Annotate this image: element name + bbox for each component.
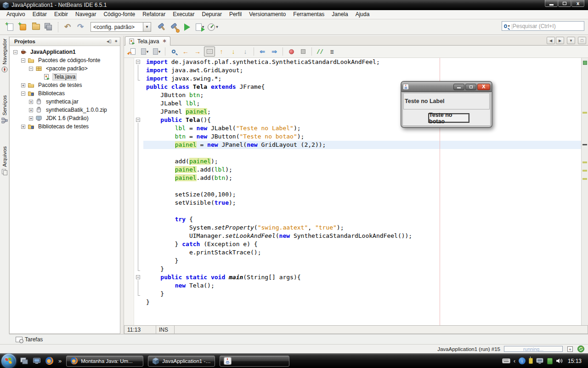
nav-back-button[interactable]: ▾: [139, 46, 150, 57]
find-previous-button[interactable]: ←: [180, 46, 191, 57]
code-line[interactable]: public class Tela extends JFrame{: [143, 83, 581, 91]
toggle-search-highlight-button[interactable]: [204, 46, 215, 57]
minimize-button[interactable]: [545, 0, 558, 7]
occurrence-mark[interactable]: [582, 161, 587, 163]
update-notification-icon[interactable]: [577, 345, 584, 352]
menu-perfil[interactable]: Perfil: [226, 10, 245, 19]
menu-editar[interactable]: Editar: [29, 10, 51, 19]
shift-line-right-button[interactable]: ⇒: [269, 46, 280, 57]
code-line[interactable]: add(painel);: [143, 157, 581, 166]
next-hint-button[interactable]: ↓: [240, 46, 251, 57]
start-button[interactable]: [1, 354, 16, 368]
code-line[interactable]: import de.javasoft.plaf.synthetica.Synth…: [143, 58, 581, 66]
code-line[interactable]: new Tela();: [143, 282, 581, 290]
sidebar-tab-arquivos[interactable]: Arquivos: [1, 146, 8, 177]
tree-item[interactable]: +JDK 1.6 (Padrão): [10, 114, 120, 122]
code-line[interactable]: [143, 182, 581, 190]
run-progress-bar[interactable]: running...: [504, 346, 563, 352]
taskbar-button-3[interactable]: [220, 356, 289, 367]
menu-executar[interactable]: Executar: [169, 10, 198, 19]
keyboard-tray-icon[interactable]: [502, 358, 510, 363]
code-line[interactable]: } catch (Exception e) {: [143, 240, 581, 248]
run-config-select[interactable]: <config. padrão> ▼: [90, 22, 151, 32]
menu-ferramentas[interactable]: Ferramentas: [289, 10, 328, 19]
code-line[interactable]: UIManager.setLookAndFeel(new SyntheticaS…: [143, 232, 581, 240]
tab-list-button[interactable]: ▼: [567, 37, 575, 44]
projects-panel-header[interactable]: Projetos ◂▯ ✶: [10, 37, 120, 46]
code-line[interactable]: [143, 149, 581, 157]
maximize-editor-button[interactable]: □: [578, 37, 586, 44]
close-button[interactable]: x: [571, 0, 584, 7]
code-line[interactable]: }: [143, 257, 581, 265]
security-tray-icon[interactable]: [547, 358, 553, 364]
menu-ajuda[interactable]: Ajuda: [352, 10, 373, 19]
volume-tray-icon[interactable]: [556, 358, 563, 364]
panel-splitter[interactable]: [120, 36, 124, 334]
code-line[interactable]: JLabel lbl;: [143, 99, 581, 108]
tree-item[interactable]: −JavaApplication1: [10, 48, 120, 56]
caret-mark[interactable]: [582, 144, 587, 145]
next-occurrence-button[interactable]: ↓: [228, 46, 239, 57]
sidebar-tab-serviços[interactable]: Serviços: [1, 95, 8, 125]
panel-close-icon[interactable]: ✶: [114, 39, 118, 44]
run-button[interactable]: [181, 21, 193, 33]
code-line[interactable]: JButton btn;: [143, 91, 581, 99]
swing-titlebar[interactable]: X: [401, 82, 492, 92]
taskbar-clock[interactable]: 15:13: [568, 358, 582, 364]
swing-button[interactable]: Teste no botao: [428, 113, 469, 123]
build-button[interactable]: [155, 21, 167, 33]
expand-icon[interactable]: +: [21, 83, 25, 87]
show-desktop-icon[interactable]: [20, 357, 28, 365]
swing-close-button[interactable]: X: [477, 84, 490, 90]
tree-item[interactable]: +Pacotes de testes: [10, 81, 120, 89]
netbeans-titlebar[interactable]: JavaApplication1 - NetBeans IDE 6.5.1 x: [0, 0, 588, 10]
process-window-icon[interactable]: +: [567, 346, 573, 352]
taskbar-button-1[interactable]: Montanha Java: Um...: [66, 356, 143, 367]
clean-build-button[interactable]: [168, 21, 180, 33]
nav-forward-button[interactable]: ▾: [151, 46, 162, 57]
tree-item[interactable]: +syntheticaBatik_1.0.0.zip: [10, 106, 120, 114]
restore-button[interactable]: [558, 0, 571, 7]
code-line[interactable]: painel.add(btn);: [143, 174, 581, 182]
redo-button[interactable]: ↷: [74, 21, 86, 33]
code-line[interactable]: e.printStackTrace();: [143, 248, 581, 257]
code-line[interactable]: import javax.swing.*;: [143, 75, 581, 83]
code-line[interactable]: painel.add(lbl);: [143, 166, 581, 174]
occurrence-mark[interactable]: [582, 112, 587, 114]
code-line[interactable]: System.setProperty("swing.aatext", "true…: [143, 224, 581, 232]
collapse-icon[interactable]: −: [21, 92, 25, 96]
find-selection-button[interactable]: [168, 46, 179, 57]
menu-navegar[interactable]: Navegar: [72, 10, 100, 19]
expand-icon[interactable]: +: [29, 100, 33, 104]
taskbar-button-2[interactable]: JavaApplication1 - ...: [148, 356, 215, 367]
search-input[interactable]: [513, 22, 584, 30]
expand-icon[interactable]: +: [29, 116, 33, 121]
tasks-window-group[interactable]: Tarefas: [9, 334, 588, 344]
debug-button[interactable]: ▾: [194, 21, 206, 33]
collapse-icon[interactable]: −: [13, 50, 17, 54]
remote-desktop-icon[interactable]: [33, 357, 41, 365]
occurrence-mark[interactable]: [582, 170, 587, 172]
code-line[interactable]: }: [143, 265, 581, 273]
new-project-button[interactable]: +: [17, 21, 29, 33]
fold-marker[interactable]: −: [136, 275, 140, 279]
previous-occurrence-button[interactable]: ↑: [216, 46, 227, 57]
error-stripe[interactable]: [581, 58, 588, 325]
pin-icon[interactable]: ◂▯: [107, 39, 112, 44]
undo-button[interactable]: ↶: [62, 21, 74, 33]
phone-tray-icon[interactable]: [529, 358, 533, 364]
new-file-button[interactable]: +: [4, 21, 16, 33]
sidebar-tab-navegador[interactable]: Navegador: [1, 39, 8, 74]
swing-maximize-button[interactable]: [465, 84, 476, 90]
code-line[interactable]: painel = new JPanel(new GridLayout (2,2)…: [143, 141, 581, 149]
collapse-icon[interactable]: −: [29, 67, 33, 71]
collapse-icon[interactable]: −: [21, 58, 25, 63]
code-line[interactable]: public Tela(){: [143, 116, 581, 124]
code-line[interactable]: try {: [143, 215, 581, 224]
last-edit-location-button[interactable]: ↶: [127, 46, 138, 57]
record-macro-button[interactable]: [286, 46, 297, 57]
tree-item[interactable]: +Bibliotecas de testes: [10, 122, 120, 131]
uncomment-lines-button[interactable]: ≡: [327, 46, 338, 57]
expand-icon[interactable]: +: [21, 125, 25, 129]
menu-exibir[interactable]: Exibir: [51, 10, 72, 19]
